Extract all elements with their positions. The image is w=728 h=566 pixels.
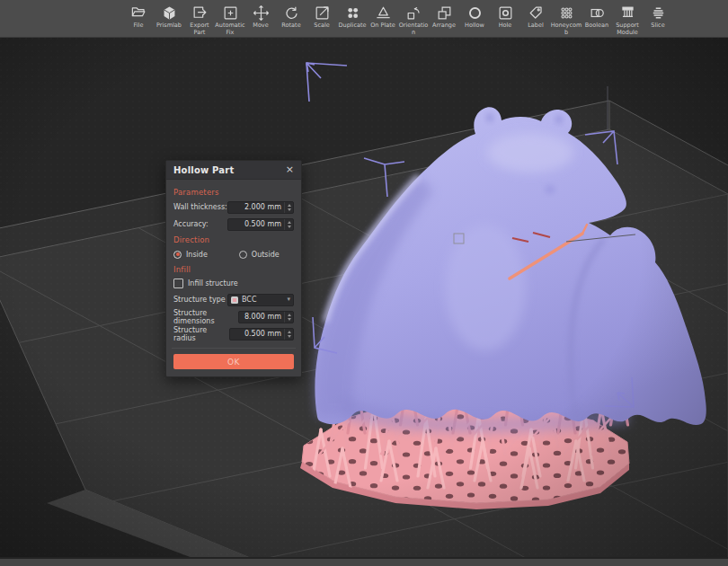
support-module-icon: [619, 4, 636, 22]
structure-radius-spinner[interactable]: [284, 329, 293, 340]
toolbar-button-automatic-fix[interactable]: Automatic Fix: [215, 4, 245, 36]
toolbar-button-prismlab[interactable]: Prismlab: [154, 4, 184, 36]
toolbar-button-scale[interactable]: Scale: [306, 4, 337, 36]
hole-icon: [497, 4, 514, 22]
close-icon[interactable]: ×: [286, 165, 294, 174]
toolbar-button-label: Slice: [642, 22, 674, 30]
hollow-part-dialog: Hollow Part × Parameters Wall thickness:…: [165, 160, 302, 377]
toolbar-button-honeycomb[interactable]: Honeycomb: [551, 4, 582, 36]
toolbar-button-label: Export Part: [183, 22, 216, 36]
rotate-icon: [283, 4, 300, 22]
structure-dimensions-label: Structure dimensions: [173, 309, 238, 325]
toolbar-button-move[interactable]: Move: [245, 4, 276, 36]
structure-type-dropdown[interactable]: BCC ▾: [227, 294, 294, 306]
viewport-3d[interactable]: [0, 0, 728, 566]
toolbar-button-label: Scale: [306, 22, 338, 30]
toolbar-button-rotate[interactable]: Rotate: [276, 4, 306, 36]
move-arrows-icon: [253, 4, 270, 22]
toolbar-button-boolean[interactable]: Boolean: [582, 4, 612, 36]
structure-dimensions-spinner[interactable]: [284, 312, 293, 323]
scale-icon: [314, 4, 331, 22]
inside-radio-label: Inside: [186, 251, 208, 259]
outside-radio[interactable]: [239, 251, 247, 259]
bear-eye: [546, 186, 555, 194]
honeycomb-icon: [558, 4, 575, 22]
slice-icon: [650, 4, 667, 22]
wall-thickness-label: Wall thickness:: [173, 203, 227, 211]
app-window: File Prismlab Export Part Automatic Fix …: [0, 0, 728, 566]
toolbar-button-text: Label: [519, 22, 552, 30]
spinner-down-icon[interactable]: [288, 318, 291, 321]
spinner-down-icon[interactable]: [288, 335, 291, 338]
boolean-icon: [589, 4, 606, 22]
spinner-down-icon[interactable]: [288, 226, 291, 228]
spinner-up-icon[interactable]: [288, 221, 291, 224]
toolbar-button-slice[interactable]: Slice: [643, 4, 673, 36]
section-infill: Infill: [173, 265, 294, 274]
ok-button[interactable]: OK: [173, 354, 294, 369]
structure-radius-label: Structure radius: [173, 326, 229, 342]
section-parameters: Parameters: [173, 188, 294, 197]
section-direction: Direction: [173, 235, 294, 244]
toolbar-button-label: Rotate: [275, 22, 307, 30]
orientation-icon: [405, 4, 422, 22]
status-bar: [0, 557, 728, 566]
accuracy-spinner[interactable]: [284, 219, 293, 230]
outside-radio-label: Outside: [252, 251, 280, 259]
toolbar-button-file[interactable]: File: [123, 4, 154, 36]
duplicate-dots-icon: [344, 4, 361, 22]
toolbar-button-export-part[interactable]: Export Part: [184, 4, 215, 36]
spinner-up-icon[interactable]: [288, 314, 291, 316]
toolbar-button-support-module[interactable]: Support Module: [612, 4, 643, 36]
structure-type-label: Structure type: [173, 296, 226, 304]
structure-dimensions-field[interactable]: 8.000 mm: [238, 311, 294, 323]
structure-dimensions-value: 8.000 mm: [244, 313, 284, 321]
toolbar-button-label: Move: [244, 22, 277, 30]
toolbar-button-label: Support Module: [611, 22, 644, 36]
inside-radio[interactable]: [173, 251, 182, 259]
dialog-titlebar[interactable]: Hollow Part ×: [166, 161, 301, 180]
dialog-title: Hollow Part: [173, 165, 234, 175]
toolbar-button-label: On Plate: [367, 22, 399, 30]
tag-icon: [528, 4, 545, 22]
on-plate-icon: [375, 4, 392, 22]
chevron-down-icon: ▾: [287, 296, 290, 303]
spinner-up-icon[interactable]: [288, 331, 291, 333]
toolbar-button-label: File: [122, 22, 155, 30]
toolbar-button-label: Honeycomb: [550, 22, 582, 36]
prismlab-cube-icon: [161, 4, 178, 22]
toolbar-button-hollow[interactable]: Hollow: [459, 4, 490, 36]
arrange-icon: [436, 4, 453, 22]
toolbar-button-label: Automatic Fix: [214, 22, 246, 36]
fix-plus-icon: [222, 4, 239, 22]
infill-structure-checkbox[interactable]: [173, 279, 183, 288]
toolbar-button-arrange[interactable]: Arrange: [429, 4, 459, 36]
toolbar-button-on-plate[interactable]: On Plate: [368, 4, 398, 36]
export-icon: [191, 4, 209, 22]
toolbar-button-label: Boolean: [581, 22, 613, 30]
toolbar-button-label: Hollow: [458, 22, 491, 30]
wall-thickness-field[interactable]: 2.000 mm: [227, 201, 294, 214]
structure-radius-value: 0.500 mm: [244, 330, 284, 338]
wall-thickness-spinner[interactable]: [284, 202, 293, 213]
structure-radius-field[interactable]: 0.500 mm: [229, 328, 294, 340]
toolbar-button-duplicate[interactable]: Duplicate: [337, 4, 368, 36]
toolbar-button-label: Prismlab: [153, 22, 185, 30]
structure-preview-icon: [231, 296, 238, 304]
toolbar-button-label: Orientation: [397, 22, 430, 36]
toolbar-button-orientation[interactable]: Orientation: [398, 4, 429, 36]
spinner-down-icon[interactable]: [288, 208, 291, 211]
hollow-circle-icon: [466, 4, 484, 22]
accuracy-label: Accuracy:: [173, 220, 209, 228]
dialog-divider: [172, 348, 296, 349]
toolbar-button-label[interactable]: Label: [520, 4, 551, 36]
infill-structure-label: Infill structure: [188, 279, 238, 287]
structure-type-value: BCC: [242, 296, 287, 304]
toolbar-button-label: Arrange: [428, 22, 460, 30]
main-toolbar: File Prismlab Export Part Automatic Fix …: [0, 0, 728, 38]
wall-thickness-value: 2.000 mm: [244, 203, 284, 211]
toolbar-button-hole[interactable]: Hole: [490, 4, 520, 36]
spinner-up-icon[interactable]: [288, 204, 291, 207]
accuracy-value: 0.500 mm: [244, 220, 284, 228]
accuracy-field[interactable]: 0.500 mm: [227, 218, 294, 231]
